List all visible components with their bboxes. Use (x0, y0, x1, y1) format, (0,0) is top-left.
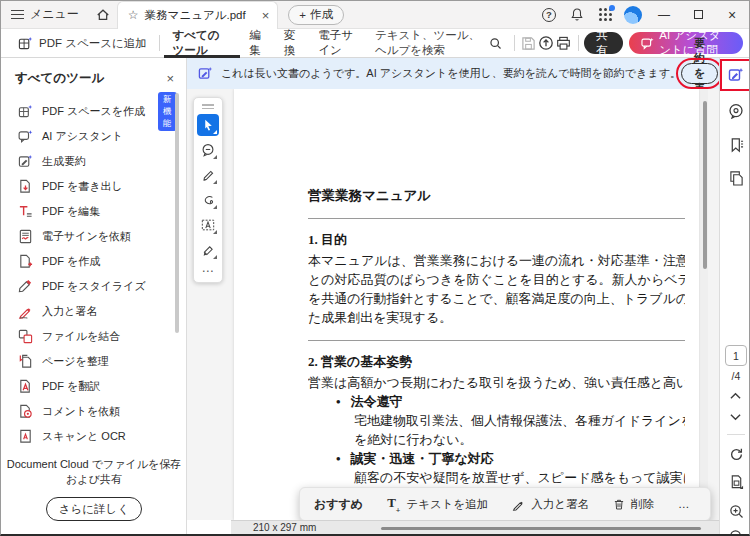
sidebar-item-edit-pdf[interactable]: PDF を編集 (1, 199, 186, 224)
notifications-button[interactable] (565, 3, 589, 27)
ai-assistant-panel-button[interactable] (724, 63, 748, 87)
sidebar-item-scan-ocr[interactable]: スキャンと OCR (1, 424, 186, 449)
horizontal-scrollbar[interactable] (381, 527, 701, 530)
zoom-out-icon (729, 529, 744, 536)
sidebar-item-request-esign[interactable]: 電子サインを依頼 (1, 224, 186, 249)
comments-icon (728, 103, 744, 119)
tab-esign[interactable]: 電子サイン (309, 29, 369, 58)
pencil-tool-button[interactable] (197, 164, 219, 186)
sidebar-scrollbar[interactable] (175, 93, 179, 333)
promo-line1: Document Cloud でファイルを保存 (1, 457, 187, 472)
account-button[interactable] (621, 3, 645, 27)
bell-icon (570, 7, 584, 22)
panel-close-icon[interactable]: × (166, 71, 174, 86)
upload-icon (538, 35, 554, 51)
ai-assistant-ask-button[interactable]: AI アシスタントに質問 (629, 32, 743, 54)
apps-button[interactable] (593, 3, 617, 27)
tab-edit[interactable]: 編集 (240, 29, 274, 58)
comments-panel-button[interactable] (724, 99, 748, 123)
combine-files-icon (17, 329, 33, 345)
sidebar-item-create-pdf-space[interactable]: PDF スペースを作成 新機能 (1, 99, 186, 124)
zoom-out-button[interactable] (724, 524, 748, 536)
upload-cloud-button[interactable] (538, 31, 554, 55)
tab-title: 業務マニュアル.pdf (145, 8, 246, 23)
doc-line: 本マニュアルは、営業業務における一連の流れ・対応基準・注意点を明確にし、担当 (308, 251, 685, 270)
create-button[interactable]: + 作成 (288, 5, 344, 25)
save-icon (521, 36, 536, 51)
hamburger-icon (11, 7, 24, 21)
tab-convert[interactable]: 変換 (275, 29, 309, 58)
sidebar-item-translate-pdf[interactable]: PDF を翻訳 (1, 374, 186, 399)
lasso-tool-button[interactable] (197, 189, 219, 211)
sidebar-item-request-comments[interactable]: コメントを依頼 (1, 399, 186, 424)
add-pdf-space-button[interactable]: PDF スペースに追加 (9, 29, 155, 58)
pdf-page[interactable]: 営業業務マニュアル 1. 目的 本マニュアルは、営業業務における一連の流れ・対応… (234, 89, 699, 520)
maximize-button[interactable] (683, 1, 713, 29)
save-button[interactable] (520, 31, 536, 55)
more-tools-button[interactable]: ⋯ (202, 264, 215, 280)
drag-handle[interactable] (202, 102, 214, 111)
command-bar: PDF スペースに追加 すべてのツール 編集 変換 電子サイン テキスト、ツール… (1, 29, 750, 58)
page-thumbnails-button[interactable] (724, 166, 748, 190)
bookmark-icon (729, 137, 744, 153)
comment-tool-button[interactable] (197, 139, 219, 161)
sidebar-item-stylize-pdf[interactable]: PDF をスタイライズ (1, 274, 186, 299)
home-button[interactable] (89, 1, 117, 29)
sidebar-item-label: 電子サインを依頼 (42, 229, 131, 244)
scan-ocr-icon (17, 429, 33, 445)
rotate-icon (729, 447, 744, 462)
search-field[interactable]: テキスト、ツール、ヘルプを検索 (369, 28, 508, 58)
sidebar-item-organize-pages[interactable]: ページを整理 (1, 349, 186, 374)
create-pdf-icon (17, 254, 33, 270)
select-tool-button[interactable] (197, 114, 219, 136)
request-esign-icon (17, 229, 33, 245)
highlighter-tool-button[interactable] (197, 239, 219, 261)
recommended-label: おすすめ (310, 496, 373, 513)
sidebar-item-combine-files[interactable]: ファイルを結合 (1, 324, 186, 349)
sidebar-item-generative-summary[interactable]: 生成要約 (1, 149, 186, 174)
toolbar-more-button[interactable]: … (668, 498, 700, 510)
banner-message: これは長い文書のようです。AI アシスタントを使用し、要約を読んで時間を節約でき… (221, 66, 681, 81)
zoom-in-button[interactable] (724, 499, 748, 523)
tab-all-tools[interactable]: すべてのツール (164, 29, 241, 58)
show-summary-button[interactable]: 要約を表示 (681, 63, 718, 84)
share-button[interactable]: 共有 (584, 32, 623, 54)
add-text-label: テキストを追加 (406, 497, 488, 512)
fit-page-button[interactable] (724, 470, 748, 494)
sidebar-item-label: PDF を作成 (42, 254, 100, 269)
add-text-button[interactable]: T+ テキストを追加 (377, 495, 498, 513)
tab-close-icon[interactable]: × (262, 8, 270, 23)
fill-sign-icon (17, 304, 33, 320)
help-button[interactable]: ? (537, 3, 561, 27)
sidebar-item-export-pdf[interactable]: PDF を書き出し (1, 174, 186, 199)
bookmarks-panel-button[interactable] (724, 133, 748, 157)
scrollbar-thumb[interactable] (703, 101, 707, 269)
rotate-page-button[interactable] (724, 442, 748, 466)
previous-page-button[interactable] (730, 392, 740, 402)
export-pdf-icon (17, 179, 33, 195)
learn-more-button[interactable]: さらに詳しく (46, 497, 142, 521)
generative-summary-icon (197, 66, 213, 82)
edit-pdf-icon (17, 204, 33, 220)
menu-button[interactable]: メニュー (1, 1, 89, 29)
organize-pages-icon (17, 354, 33, 370)
minimize-button[interactable]: — (649, 1, 679, 29)
text-select-tool-button[interactable] (197, 214, 219, 236)
highlighter-icon (202, 244, 215, 257)
vertical-scrollbar[interactable] (701, 89, 708, 520)
next-page-button[interactable] (730, 413, 740, 423)
close-window-button[interactable]: × (717, 1, 747, 29)
pdf-space-create-icon (17, 104, 33, 120)
document-tab[interactable]: ☆ 業務マニュアル.pdf × (117, 1, 278, 29)
sidebar-item-create-pdf[interactable]: PDF を作成 (1, 249, 186, 274)
print-button[interactable] (556, 31, 572, 55)
doc-line: た成果創出を実現する。 (308, 308, 685, 327)
current-page-input[interactable]: 1 (725, 345, 747, 366)
fill-sign-button[interactable]: 入力と署名 (502, 497, 599, 512)
delete-button[interactable]: 削除 (603, 497, 664, 512)
star-icon[interactable]: ☆ (128, 8, 139, 22)
sidebar-item-fill-sign[interactable]: 入力と署名 (1, 299, 186, 324)
comment-icon (201, 143, 215, 157)
add-text-icon: T+ (387, 495, 400, 513)
pencil-icon (202, 169, 215, 182)
